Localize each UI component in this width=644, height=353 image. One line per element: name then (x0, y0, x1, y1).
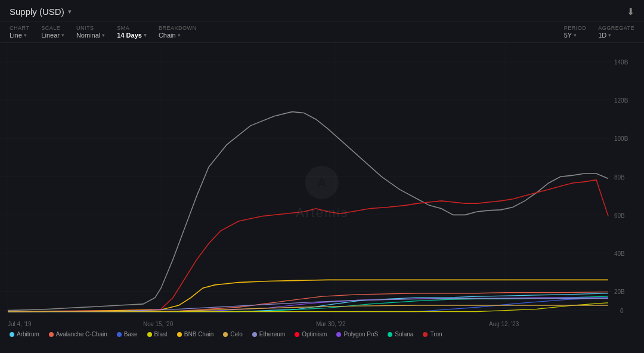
breakdown-group: BREAKDOWN Chain ▾ (159, 25, 197, 39)
svg-text:0: 0 (620, 308, 624, 314)
aggregate-group: AGGREGATE 1D ▾ (598, 25, 634, 39)
legend-item: Ethereum (252, 331, 285, 337)
download-button[interactable]: ⬇ (627, 6, 634, 17)
svg-text:20B: 20B (614, 289, 625, 295)
legend-label: Polygon PoS (343, 331, 378, 337)
legend-item: Tron (423, 331, 442, 337)
legend-item: Polygon PoS (336, 331, 378, 337)
legend-dot (117, 332, 122, 337)
legend-label: Arbitrum (17, 331, 39, 337)
legend-label: Solana (395, 331, 413, 337)
sma-value[interactable]: 14 Days ▾ (117, 32, 147, 39)
svg-text:Nov 15, '20: Nov 15, '20 (143, 321, 173, 327)
legend-dot (388, 332, 392, 337)
legend-dot (49, 332, 54, 337)
legend-label: Celo (230, 331, 243, 337)
legend: ArbitrumAvalanche C-ChainBaseBlastBNB Ch… (10, 331, 442, 337)
breakdown-value[interactable]: Chain ▾ (159, 32, 197, 39)
svg-text:Jul 4, '19: Jul 4, '19 (8, 321, 32, 327)
legend-item: Avalanche C-Chain (49, 331, 107, 337)
svg-text:120B: 120B (614, 97, 628, 104)
legend-label: Tron (430, 331, 442, 337)
toolbar: CHART Line ▾ SCALE Linear ▾ UNITS Nomina… (0, 21, 644, 43)
legend-label: Optimism (302, 331, 327, 337)
page-title: Supply (USD) ▾ (10, 7, 72, 17)
legend-dot (223, 332, 228, 337)
svg-text:Mar 30, '22: Mar 30, '22 (316, 321, 346, 327)
chart-label: CHART (10, 25, 29, 31)
chart-area: 140B 120B 100B 80B 60B 40B 20B 0 Jul 4, … (0, 43, 644, 342)
scale-group: SCALE Linear ▾ (41, 25, 64, 39)
legend-dot (252, 332, 257, 337)
title-chevron-icon[interactable]: ▾ (68, 8, 72, 16)
sma-label: SMA (117, 25, 147, 31)
breakdown-label: BREAKDOWN (159, 25, 197, 31)
legend-label: BNB Chain (184, 331, 213, 337)
legend-label: Avalanche C-Chain (56, 331, 107, 337)
legend-label: Base (124, 331, 138, 337)
svg-text:80B: 80B (614, 174, 625, 180)
legend-item: BNB Chain (177, 331, 213, 337)
svg-text:100B: 100B (614, 135, 628, 142)
chart-type-group: CHART Line ▾ (10, 25, 29, 39)
period-label: PERIOD (564, 25, 587, 31)
legend-dot (336, 332, 341, 337)
chart-value[interactable]: Line ▾ (10, 32, 29, 39)
legend-dot (177, 332, 182, 337)
period-group: PERIOD 5Y ▾ (564, 25, 587, 39)
header: Supply (USD) ▾ ⬇ (0, 0, 644, 21)
units-group: UNITS Nominal ▾ (76, 25, 105, 39)
scale-label: SCALE (41, 25, 64, 31)
aggregate-label: AGGREGATE (598, 25, 634, 31)
legend-item: Optimism (295, 331, 327, 337)
chart-svg: 140B 120B 100B 80B 60B 40B 20B 0 Jul 4, … (0, 43, 644, 342)
scale-value[interactable]: Linear ▾ (41, 32, 64, 39)
units-label: UNITS (76, 25, 105, 31)
legend-dot (147, 332, 152, 337)
legend-item: Blast (147, 331, 168, 337)
legend-dot (295, 332, 299, 337)
legend-item: Base (117, 331, 138, 337)
svg-text:60B: 60B (614, 212, 625, 218)
aggregate-value[interactable]: 1D ▾ (598, 32, 634, 39)
legend-item: Arbitrum (10, 331, 39, 337)
legend-label: Ethereum (259, 331, 285, 337)
legend-dot (10, 332, 14, 337)
svg-text:Aug 12, '23: Aug 12, '23 (489, 321, 519, 327)
period-value[interactable]: 5Y ▾ (564, 32, 587, 39)
sma-group: SMA 14 Days ▾ (117, 25, 147, 39)
legend-item: Solana (388, 331, 413, 337)
legend-item: Celo (223, 331, 243, 337)
legend-label: Blast (154, 331, 168, 337)
svg-text:40B: 40B (614, 250, 625, 256)
svg-text:140B: 140B (614, 59, 628, 66)
legend-dot (423, 332, 428, 337)
units-value[interactable]: Nominal ▾ (76, 32, 105, 39)
